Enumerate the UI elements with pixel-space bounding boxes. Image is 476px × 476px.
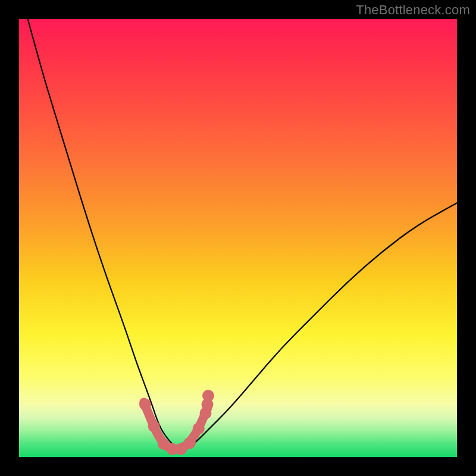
- outer-frame: TheBottleneck.com: [0, 0, 476, 476]
- valley-dot: [193, 422, 205, 434]
- plot-area: [19, 19, 457, 457]
- valley-dot: [139, 399, 151, 411]
- bottleneck-curve: [28, 19, 457, 448]
- valley-dot: [148, 421, 160, 433]
- valley-dot: [184, 437, 196, 449]
- watermark-text: TheBottleneck.com: [356, 2, 470, 18]
- chart-svg: [19, 19, 457, 457]
- valley-dot: [202, 390, 214, 402]
